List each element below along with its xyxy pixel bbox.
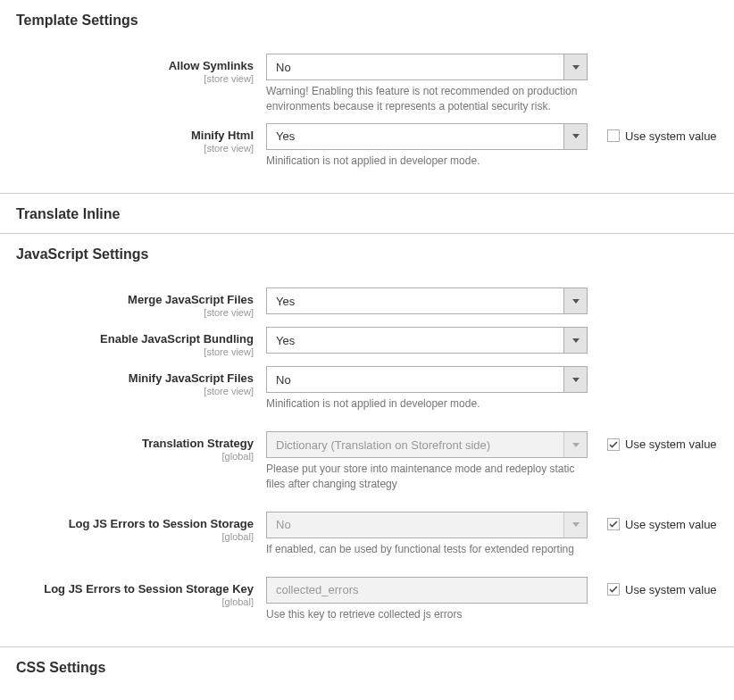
- checkbox-use-system-minify-html[interactable]: [607, 129, 620, 142]
- select-value: Yes: [267, 129, 563, 143]
- field-label: Minify Html: [191, 129, 254, 142]
- label-minify-html: Minify Html [store view]: [16, 123, 266, 154]
- field-note: Minification is not applied in developer…: [266, 154, 588, 169]
- field-label: Enable JavaScript Bundling: [100, 332, 254, 346]
- checkbox-label: Use system value: [625, 129, 717, 143]
- section-title-css[interactable]: CSS Settings: [0, 647, 734, 687]
- input-log-js-errors-key: [266, 577, 588, 604]
- select-translation-strategy: Dictionary (Translation on Storefront si…: [266, 431, 588, 458]
- field-minify-js: Minify JavaScript Files [store view] No …: [0, 359, 734, 413]
- section-title-js[interactable]: JavaScript Settings: [0, 234, 734, 273]
- scope-label: [store view]: [16, 386, 254, 396]
- field-note: Please put your store into maintenance m…: [266, 462, 588, 492]
- section-title-translate[interactable]: Translate Inline: [0, 194, 734, 234]
- select-value: No: [267, 61, 563, 74]
- checkbox-label: Use system value: [625, 518, 717, 531]
- field-label: Merge JavaScript Files: [128, 293, 254, 306]
- checkbox-use-system-log-errors[interactable]: [607, 518, 620, 530]
- checkbox-use-system-log-errors-key[interactable]: [607, 583, 620, 596]
- field-log-js-errors-key: Log JS Errors to Session Storage Key [gl…: [0, 570, 734, 624]
- select-value: Yes: [267, 334, 563, 347]
- field-label: Log JS Errors to Session Storage: [69, 517, 254, 530]
- field-merge-css: Merge CSS Files [store view] Yes: [0, 694, 734, 700]
- field-label: Minify JavaScript Files: [129, 371, 254, 385]
- select-log-js-errors: No: [266, 512, 588, 538]
- js-fields: Merge JavaScript Files [store view] Yes …: [0, 273, 734, 638]
- field-label: Translation Strategy: [142, 437, 254, 450]
- chevron-down-icon: [563, 124, 587, 149]
- field-allow-symlinks: Allow Symlinks [store view] No Warning! …: [0, 46, 734, 116]
- select-allow-symlinks[interactable]: No: [266, 54, 588, 80]
- field-note: Minification is not applied in developer…: [266, 396, 588, 412]
- chevron-down-icon: [563, 512, 587, 538]
- chevron-down-icon: [563, 54, 587, 79]
- scope-label: [global]: [16, 596, 254, 607]
- chevron-down-icon: [563, 328, 587, 353]
- checkbox-use-system-translation[interactable]: [607, 438, 620, 451]
- field-js-bundling: Enable JavaScript Bundling [store view] …: [0, 320, 734, 359]
- chevron-down-icon: [563, 367, 587, 392]
- scope-label: [store view]: [16, 307, 254, 318]
- field-note: Warning! Enabling this feature is not re…: [266, 84, 588, 114]
- scope-label: [global]: [16, 451, 254, 462]
- select-value: Dictionary (Translation on Storefront si…: [267, 438, 563, 452]
- template-fields: Allow Symlinks [store view] No Warning! …: [0, 39, 734, 184]
- select-minify-js[interactable]: No: [266, 366, 588, 393]
- select-value: No: [267, 373, 563, 387]
- chevron-down-icon: [563, 432, 587, 457]
- checkbox-label: Use system value: [625, 583, 717, 596]
- section-title-template[interactable]: Template Settings: [0, 0, 734, 39]
- field-note: Use this key to retrieve collected js er…: [266, 607, 588, 622]
- field-minify-html: Minify Html [store view] Yes Minificatio…: [0, 116, 734, 171]
- scope-label: [store view]: [16, 143, 254, 154]
- select-js-bundling[interactable]: Yes: [266, 327, 588, 354]
- select-merge-js[interactable]: Yes: [266, 288, 588, 314]
- checkbox-label: Use system value: [625, 438, 717, 451]
- select-minify-html[interactable]: Yes: [266, 123, 588, 150]
- field-merge-js: Merge JavaScript Files [store view] Yes: [0, 280, 734, 320]
- scope-label: [global]: [16, 531, 254, 542]
- field-note: If enabled, can be used by functional te…: [266, 542, 588, 557]
- field-translation-strategy: Translation Strategy [global] Dictionary…: [0, 424, 734, 494]
- field-label: Allow Symlinks: [169, 59, 254, 72]
- chevron-down-icon: [563, 288, 587, 313]
- scope-label: [store view]: [16, 346, 254, 357]
- label-allow-symlinks: Allow Symlinks [store view]: [16, 54, 266, 84]
- field-label: Log JS Errors to Session Storage Key: [44, 582, 254, 596]
- field-log-js-errors: Log JS Errors to Session Storage [global…: [0, 504, 734, 559]
- scope-label: [store view]: [16, 73, 254, 84]
- select-value: Yes: [267, 295, 563, 308]
- select-value: No: [267, 518, 563, 531]
- css-fields: Merge CSS Files [store view] Yes Minify …: [0, 687, 734, 700]
